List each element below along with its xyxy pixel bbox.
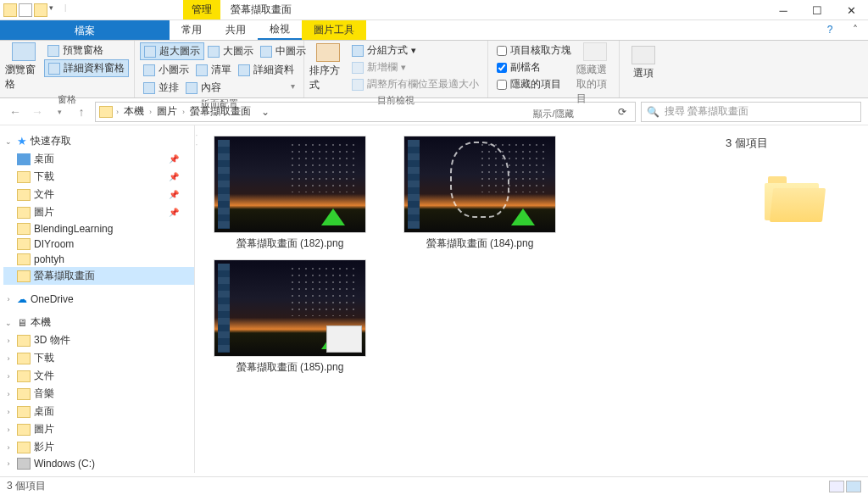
details-pane-button[interactable]: 詳細資料窗格 <box>44 59 129 77</box>
search-box[interactable]: 🔍 搜尋 螢幕擷取畫面 <box>641 102 861 122</box>
tree-item[interactable]: 螢幕擷取畫面 <box>3 267 194 285</box>
preview-pane-button[interactable]: 預覽窗格 <box>44 42 129 58</box>
group-show-hide: 項目核取方塊 副檔名 隱藏的項目 隱藏選取的項目 顯示/隱藏 <box>488 41 620 97</box>
file-thumbnail <box>403 136 556 233</box>
up-button[interactable]: ↑ <box>73 103 90 120</box>
breadcrumb-seg[interactable]: 螢幕擷取畫面 <box>188 104 253 119</box>
chk-hidden-items[interactable]: 隱藏的項目 <box>493 76 575 92</box>
tab-share[interactable]: 共用 <box>214 20 258 40</box>
layout-extra-large[interactable]: 超大圖示 <box>140 42 204 60</box>
breadcrumb-chevron[interactable]: › <box>116 108 119 116</box>
group-current-view: 排序方式 分組方式 ▾ 新增欄 ▾ 調整所有欄位至最適大小 目前檢視 <box>304 41 488 97</box>
ribbon: 瀏覽窗格 預覽窗格 詳細資料窗格 窗格 超大圖示 大圖示 中圖示 小圖示 清單 … <box>0 41 868 98</box>
tree-item[interactable]: 桌面📌 <box>3 150 194 168</box>
options-button[interactable]: 選項 <box>625 42 662 84</box>
tree-item[interactable]: ›音樂 <box>3 385 194 403</box>
folder-icon <box>765 176 819 220</box>
group-options: 選項 <box>620 41 667 97</box>
tree-item[interactable]: 下載📌 <box>3 168 194 186</box>
file-thumbnail <box>214 259 366 357</box>
collapse-ribbon-button[interactable]: ˄ <box>843 20 868 40</box>
tree-item[interactable]: ›3D 物件 <box>3 331 194 349</box>
tab-home[interactable]: 常用 <box>170 20 214 40</box>
content-area: 螢幕擷取畫面 (182).png螢幕擷取畫面 (184).png螢幕擷取畫面 (… <box>198 125 868 473</box>
view-thumbnails-icon[interactable] <box>846 481 861 492</box>
tree-this-pc[interactable]: ⌄🖥本機 <box>3 314 194 331</box>
add-columns-button[interactable]: 新增欄 ▾ <box>348 59 482 75</box>
refresh-button[interactable]: ⟳ <box>613 106 632 118</box>
breadcrumb-chevron[interactable]: › <box>149 108 152 116</box>
file-list[interactable]: 螢幕擷取畫面 (182).png螢幕擷取畫面 (184).png螢幕擷取畫面 (… <box>198 125 715 473</box>
tree-item[interactable]: ›影片 <box>3 438 194 456</box>
window-title: 螢幕擷取畫面 <box>231 3 292 17</box>
file-name: 螢幕擷取畫面 (185).png <box>236 360 344 375</box>
forward-button[interactable]: → <box>29 103 46 120</box>
size-columns-button[interactable]: 調整所有欄位至最適大小 <box>348 76 482 92</box>
file-item[interactable]: 螢幕擷取畫面 (185).png <box>205 259 375 375</box>
layout-more[interactable]: ▾ <box>287 80 298 96</box>
tree-item[interactable]: DIYroom <box>3 236 194 252</box>
tab-picture-tools[interactable]: 圖片工具 <box>302 20 366 40</box>
address-bar[interactable]: › 本機 › 圖片 › 螢幕擷取畫面 ⌄ ⟳ <box>95 102 636 122</box>
qat-separator: | <box>64 3 78 17</box>
layout-medium[interactable]: 中圖示 <box>257 42 309 60</box>
address-dropdown[interactable]: ⌄ <box>256 106 275 118</box>
file-item[interactable]: 螢幕擷取畫面 (182).png <box>205 136 375 251</box>
sort-by-button[interactable]: 排序方式 <box>309 42 347 92</box>
layout-details[interactable]: 詳細資料 <box>235 62 298 78</box>
address-row: ← → ▾ ↑ › 本機 › 圖片 › 螢幕擷取畫面 ⌄ ⟳ 🔍 搜尋 螢幕擷取… <box>0 98 868 125</box>
close-button[interactable]: ✕ <box>834 0 868 20</box>
minimize-button[interactable]: ─ <box>766 0 800 20</box>
qat-dropdown[interactable]: ▾ <box>49 3 63 17</box>
tree-item[interactable]: ›文件 <box>3 367 194 385</box>
group-by-button[interactable]: 分組方式 ▾ <box>348 42 482 58</box>
layout-tiles[interactable]: 並排 <box>140 80 182 96</box>
details-pane: 3 個項目 <box>715 125 868 473</box>
layout-large[interactable]: 大圖示 <box>204 42 257 60</box>
layout-small[interactable]: 小圖示 <box>140 62 192 78</box>
qat-item[interactable] <box>34 3 47 17</box>
view-details-icon[interactable] <box>829 481 844 492</box>
tree-item[interactable]: ›SegaExDr (E:) <box>3 471 194 473</box>
recent-locations[interactable]: ▾ <box>51 103 68 120</box>
checkbox-icon[interactable] <box>19 3 32 17</box>
tab-view[interactable]: 檢視 <box>258 20 302 40</box>
tree-item[interactable]: ›圖片 <box>3 420 194 438</box>
layout-content[interactable]: 內容 <box>182 80 225 96</box>
chk-extensions[interactable]: 副檔名 <box>493 59 575 75</box>
tree-item[interactable]: ›Windows (C:) <box>3 456 194 471</box>
file-name: 螢幕擷取畫面 (182).png <box>236 236 344 251</box>
quick-access-toolbar: ▾ | <box>0 3 81 17</box>
tree-onedrive[interactable]: ›☁OneDrive <box>3 292 194 307</box>
back-button[interactable]: ← <box>7 103 24 120</box>
breadcrumb-chevron[interactable]: › <box>182 108 185 116</box>
tree-quick-access[interactable]: ⌄★快速存取 <box>3 132 194 150</box>
layout-list[interactable]: 清單 <box>192 62 235 78</box>
tab-file[interactable]: 檔案 <box>0 20 170 40</box>
tree-item[interactable]: ›桌面 <box>3 403 194 420</box>
file-name: 螢幕擷取畫面 (184).png <box>426 236 534 251</box>
maximize-button[interactable]: ☐ <box>800 0 834 20</box>
tree-item[interactable]: pohtyh <box>3 252 194 267</box>
navigation-pane-button[interactable]: 瀏覽窗格 <box>5 42 42 92</box>
tree-item[interactable]: ›下載 <box>3 349 194 367</box>
tree-item[interactable]: BlendingLearning <box>3 221 194 236</box>
tree-item[interactable]: 圖片📌 <box>3 203 194 221</box>
breadcrumb-seg[interactable]: 圖片 <box>155 104 179 119</box>
titlebar: ▾ | 管理 螢幕擷取畫面 ─ ☐ ✕ <box>0 0 868 20</box>
chk-item-checkboxes[interactable]: 項目核取方塊 <box>493 42 575 58</box>
folder-icon <box>3 3 17 17</box>
tree-item[interactable]: 文件📌 <box>3 186 194 203</box>
hide-selected-button[interactable]: 隱藏選取的項目 <box>576 42 614 106</box>
file-thumbnail <box>214 136 366 233</box>
navigation-tree[interactable]: ⌄★快速存取 桌面📌下載📌文件📌圖片📌BlendingLearningDIYro… <box>0 125 195 473</box>
main-area: ⌄★快速存取 桌面📌下載📌文件📌圖片📌BlendingLearningDIYro… <box>0 125 868 473</box>
breadcrumb-seg[interactable]: 本機 <box>122 104 146 119</box>
details-count: 3 個項目 <box>726 136 858 151</box>
help-button[interactable]: ? <box>817 20 843 40</box>
search-icon: 🔍 <box>647 106 659 118</box>
status-text: 3 個項目 <box>7 479 46 493</box>
contextual-tab-header: 管理 <box>183 0 220 19</box>
file-item[interactable]: 螢幕擷取畫面 (184).png <box>395 136 565 251</box>
group-layout: 超大圖示 大圖示 中圖示 小圖示 清單 詳細資料 並排 內容 ▾ 版面配置 <box>135 41 304 97</box>
